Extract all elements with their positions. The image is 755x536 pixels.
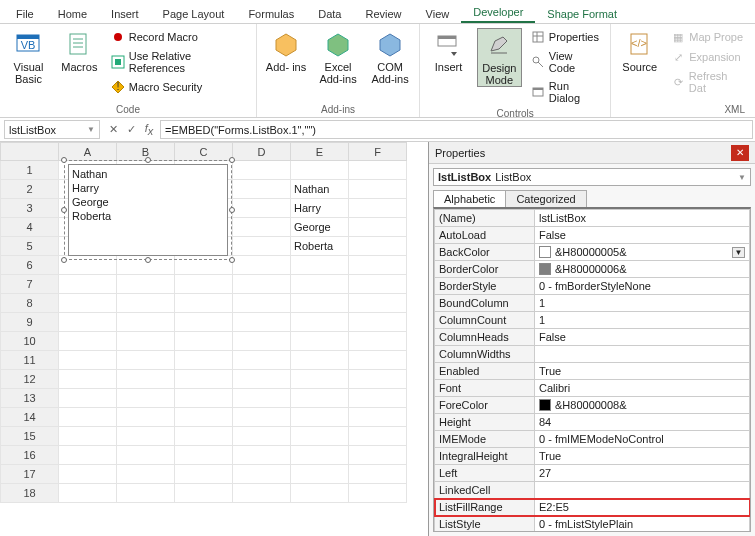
worksheet-grid[interactable]: ABCDEF12Nathan3Harry4George5Roberta67891… bbox=[0, 142, 428, 536]
cell-A7[interactable] bbox=[59, 275, 117, 294]
cell-E16[interactable] bbox=[291, 446, 349, 465]
property-value[interactable] bbox=[535, 482, 750, 499]
cell-E14[interactable] bbox=[291, 408, 349, 427]
cell-E7[interactable] bbox=[291, 275, 349, 294]
cancel-formula-button[interactable]: ✕ bbox=[104, 123, 122, 136]
cell-C9[interactable] bbox=[175, 313, 233, 332]
cell-F7[interactable] bbox=[349, 275, 407, 294]
cell-D17[interactable] bbox=[233, 465, 291, 484]
cell-F15[interactable] bbox=[349, 427, 407, 446]
property-row-enabled[interactable]: EnabledTrue bbox=[435, 363, 750, 380]
use-relative-button[interactable]: Use Relative References bbox=[108, 48, 250, 76]
cell-E18[interactable] bbox=[291, 484, 349, 503]
visual-basic-button[interactable]: VB Visual Basic bbox=[6, 28, 51, 85]
chevron-down-icon[interactable]: ▼ bbox=[738, 173, 746, 182]
col-header-C[interactable]: C bbox=[175, 143, 233, 161]
property-value[interactable]: 0 - fmIMEModeNoControl bbox=[535, 431, 750, 448]
property-value[interactable]: 1 bbox=[535, 312, 750, 329]
cell-A12[interactable] bbox=[59, 370, 117, 389]
tab-view[interactable]: View bbox=[414, 5, 462, 23]
cell-F18[interactable] bbox=[349, 484, 407, 503]
property-value[interactable]: &H80000005&▼ bbox=[535, 244, 750, 261]
col-header-D[interactable]: D bbox=[233, 143, 291, 161]
property-row-forecolor[interactable]: ForeColor&H80000008& bbox=[435, 397, 750, 414]
row-header-14[interactable]: 14 bbox=[1, 408, 59, 427]
design-mode-button[interactable]: Design Mode bbox=[477, 28, 522, 87]
cell-D4[interactable] bbox=[233, 218, 291, 237]
col-header-F[interactable]: F bbox=[349, 143, 407, 161]
chevron-down-icon[interactable]: ▼ bbox=[732, 247, 745, 258]
cell-B7[interactable] bbox=[117, 275, 175, 294]
property-value[interactable]: 84 bbox=[535, 414, 750, 431]
property-row-height[interactable]: Height84 bbox=[435, 414, 750, 431]
cell-E5[interactable]: Roberta bbox=[291, 237, 349, 256]
row-header-8[interactable]: 8 bbox=[1, 294, 59, 313]
cell-D10[interactable] bbox=[233, 332, 291, 351]
property-row-borderstyle[interactable]: BorderStyle0 - fmBorderStyleNone bbox=[435, 278, 750, 295]
com-addins-button[interactable]: COM Add-ins bbox=[367, 28, 413, 85]
cell-E8[interactable] bbox=[291, 294, 349, 313]
cell-F14[interactable] bbox=[349, 408, 407, 427]
cell-B10[interactable] bbox=[117, 332, 175, 351]
cell-C12[interactable] bbox=[175, 370, 233, 389]
property-value[interactable]: True bbox=[535, 448, 750, 465]
source-button[interactable]: </> Source bbox=[617, 28, 662, 73]
cell-F13[interactable] bbox=[349, 389, 407, 408]
close-icon[interactable]: ✕ bbox=[731, 145, 749, 161]
property-row-imemode[interactable]: IMEMode0 - fmIMEModeNoControl bbox=[435, 431, 750, 448]
cell-F6[interactable] bbox=[349, 256, 407, 275]
excel-addins-button[interactable]: Excel Add-ins bbox=[315, 28, 361, 85]
tab-developer[interactable]: Developer bbox=[461, 3, 535, 23]
cell-D2[interactable] bbox=[233, 180, 291, 199]
view-code-button[interactable]: View Code bbox=[528, 48, 605, 76]
chevron-down-icon[interactable]: ▼ bbox=[87, 125, 95, 134]
cell-D1[interactable] bbox=[233, 161, 291, 180]
cell-F5[interactable] bbox=[349, 237, 407, 256]
property-value[interactable]: False bbox=[535, 329, 750, 346]
cell-D11[interactable] bbox=[233, 351, 291, 370]
cell-F3[interactable] bbox=[349, 199, 407, 218]
row-header-16[interactable]: 16 bbox=[1, 446, 59, 465]
row-header-13[interactable]: 13 bbox=[1, 389, 59, 408]
cell-A17[interactable] bbox=[59, 465, 117, 484]
property-row-integralheight[interactable]: IntegralHeightTrue bbox=[435, 448, 750, 465]
tab-review[interactable]: Review bbox=[353, 5, 413, 23]
run-dialog-button[interactable]: Run Dialog bbox=[528, 78, 605, 106]
row-header-3[interactable]: 3 bbox=[1, 199, 59, 218]
cell-A9[interactable] bbox=[59, 313, 117, 332]
cell-C7[interactable] bbox=[175, 275, 233, 294]
row-header-7[interactable]: 7 bbox=[1, 275, 59, 294]
cell-E11[interactable] bbox=[291, 351, 349, 370]
row-header-18[interactable]: 18 bbox=[1, 484, 59, 503]
cell-C10[interactable] bbox=[175, 332, 233, 351]
property-row-linkedcell[interactable]: LinkedCell bbox=[435, 482, 750, 499]
row-header-9[interactable]: 9 bbox=[1, 313, 59, 332]
cell-B14[interactable] bbox=[117, 408, 175, 427]
property-value[interactable]: &H80000008& bbox=[535, 397, 750, 414]
cell-B18[interactable] bbox=[117, 484, 175, 503]
insert-control-button[interactable]: Insert bbox=[426, 28, 471, 73]
cell-E1[interactable] bbox=[291, 161, 349, 180]
cell-D7[interactable] bbox=[233, 275, 291, 294]
property-value[interactable]: False bbox=[535, 227, 750, 244]
row-header-5[interactable]: 5 bbox=[1, 237, 59, 256]
property-value[interactable]: lstListBox bbox=[535, 210, 750, 227]
property-row-liststyle[interactable]: ListStyle0 - fmListStylePlain bbox=[435, 516, 750, 533]
property-value[interactable]: E2:E5 bbox=[535, 499, 750, 516]
property-value[interactable] bbox=[535, 346, 750, 363]
cell-C8[interactable] bbox=[175, 294, 233, 313]
cell-A14[interactable] bbox=[59, 408, 117, 427]
cell-C14[interactable] bbox=[175, 408, 233, 427]
property-value[interactable]: True bbox=[535, 363, 750, 380]
fx-button[interactable]: fx bbox=[140, 122, 158, 137]
cell-C18[interactable] bbox=[175, 484, 233, 503]
property-row-columnwidths[interactable]: ColumnWidths bbox=[435, 346, 750, 363]
cell-E12[interactable] bbox=[291, 370, 349, 389]
cell-E3[interactable]: Harry bbox=[291, 199, 349, 218]
property-row-left[interactable]: Left27 bbox=[435, 465, 750, 482]
macro-security-button[interactable]: ! Macro Security bbox=[108, 78, 250, 96]
cell-B16[interactable] bbox=[117, 446, 175, 465]
property-row-columncount[interactable]: ColumnCount1 bbox=[435, 312, 750, 329]
cell-D3[interactable] bbox=[233, 199, 291, 218]
property-value[interactable]: Calibri bbox=[535, 380, 750, 397]
